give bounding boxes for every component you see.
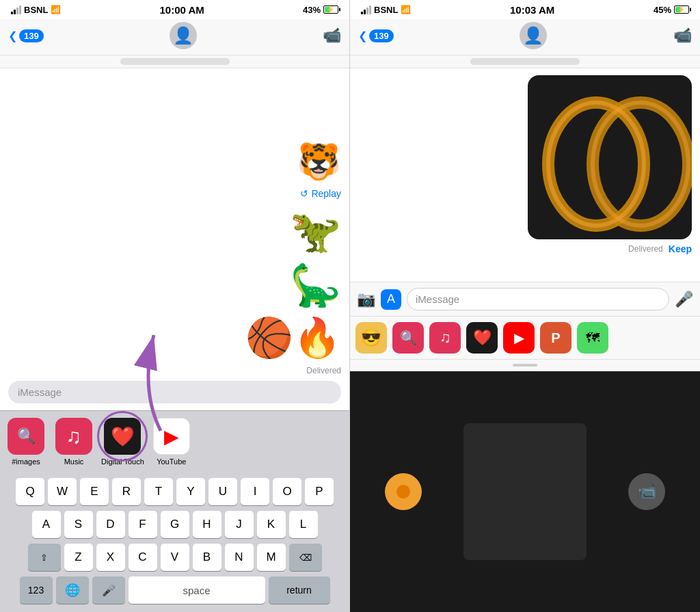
- key-b[interactable]: B: [193, 544, 221, 571]
- keep-button[interactable]: Keep: [669, 243, 692, 254]
- right-back-button[interactable]: ❮ 139: [358, 29, 394, 42]
- signal-bar-2: [14, 10, 16, 14]
- key-h[interactable]: H: [193, 511, 221, 538]
- left-avatar[interactable]: 👤: [170, 22, 197, 49]
- key-i[interactable]: I: [241, 478, 269, 505]
- key-delete[interactable]: ⌫: [289, 544, 322, 571]
- key-a[interactable]: A: [32, 511, 61, 538]
- heart-icon: ❤️: [111, 425, 135, 448]
- key-z[interactable]: Z: [64, 544, 93, 571]
- key-w[interactable]: W: [48, 478, 77, 505]
- app-icon-digital-touch[interactable]: ❤️ Digital Touch: [101, 418, 144, 466]
- key-globe[interactable]: 🌐: [56, 576, 89, 604]
- right-mic-button[interactable]: 🎤: [675, 291, 693, 308]
- left-contact-bar: [0, 55, 349, 68]
- right-time: 10:03 AM: [510, 4, 554, 16]
- right-status-left: BSNL 📶: [361, 5, 411, 15]
- replay-icon: ↺: [300, 188, 308, 199]
- images-icon-bg: 🔍: [8, 418, 44, 455]
- right-maps-icon[interactable]: 🗺: [577, 322, 608, 354]
- right-producthunt-icon[interactable]: P: [540, 322, 571, 354]
- right-nav-bar: ❮ 139 👤 📹: [350, 19, 700, 55]
- key-y[interactable]: Y: [176, 478, 205, 505]
- tiger-emoji: 🐯: [297, 141, 341, 183]
- key-s[interactable]: S: [64, 511, 93, 538]
- app-icon-images[interactable]: 🔍 #images: [5, 418, 46, 466]
- key-shift[interactable]: ⇧: [28, 544, 61, 571]
- left-input-placeholder[interactable]: iMessage: [8, 381, 341, 403]
- key-c[interactable]: C: [129, 544, 157, 571]
- digital-touch-label: Digital Touch: [101, 457, 144, 466]
- person-icon: 👤: [173, 26, 193, 45]
- right-appstore-button[interactable]: A: [381, 289, 401, 310]
- key-f[interactable]: F: [129, 511, 157, 538]
- key-l[interactable]: L: [289, 511, 318, 538]
- key-m[interactable]: M: [257, 544, 286, 571]
- right-digital-touch-icon[interactable]: ❤️: [466, 322, 498, 354]
- right-avatar[interactable]: 👤: [520, 22, 547, 49]
- carrier-label: BSNL: [24, 5, 48, 15]
- scroll-indicator: [513, 364, 537, 367]
- key-n[interactable]: N: [225, 544, 254, 571]
- key-space[interactable]: space: [129, 576, 265, 604]
- right-camera-button[interactable]: 📷: [357, 291, 375, 308]
- key-e[interactable]: E: [80, 478, 109, 505]
- left-messages-area: 🐯 ↺ Replay 🦖 🦕 🏀🔥 Delivered iMessage: [0, 68, 349, 410]
- tiger-sticker: 🐯: [8, 141, 341, 183]
- right-nav-center: 👤: [520, 22, 547, 49]
- key-123[interactable]: 123: [20, 576, 53, 604]
- key-q[interactable]: Q: [16, 478, 44, 505]
- right-search-icon: 🔍: [400, 330, 417, 346]
- lightning-icon: ⚡: [327, 6, 334, 13]
- right-signal-bars: [361, 5, 371, 14]
- replay-row[interactable]: ↺ Replay: [8, 188, 341, 199]
- key-v[interactable]: V: [161, 544, 189, 571]
- record-button[interactable]: [385, 473, 422, 510]
- key-mic[interactable]: 🎤: [92, 576, 125, 604]
- key-p[interactable]: P: [305, 478, 334, 505]
- key-o[interactable]: O: [273, 478, 301, 505]
- left-phone-panel: BSNL 📶 10:00 AM 43% ⚡ ❮ 139 👤 📹: [0, 0, 350, 612]
- basketball-sticker: 🏀🔥: [8, 315, 341, 360]
- left-status-left: BSNL 📶: [11, 5, 61, 15]
- signal-bar-1: [11, 12, 13, 14]
- right-ph-icon: P: [551, 330, 560, 346]
- key-return[interactable]: return: [269, 576, 330, 604]
- camera-preview: [463, 423, 587, 560]
- key-r[interactable]: R: [112, 478, 141, 505]
- images-label: #images: [12, 457, 40, 466]
- right-battery-shape: ⚡: [674, 5, 689, 14]
- key-d[interactable]: D: [96, 511, 125, 538]
- left-time: 10:00 AM: [160, 4, 204, 16]
- left-back-button[interactable]: ❮ 139: [8, 29, 44, 42]
- left-contact-name-blur: [120, 58, 230, 65]
- basketball-emoji: 🏀🔥: [245, 315, 341, 360]
- trex-emoji: 🦖: [290, 207, 341, 256]
- emoji-face-icon: 😎: [361, 328, 381, 347]
- replay-label: Replay: [311, 188, 341, 199]
- camera-switch-button[interactable]: 📹: [628, 473, 665, 510]
- left-video-button[interactable]: 📹: [323, 27, 341, 44]
- right-video-button[interactable]: 📹: [673, 27, 692, 44]
- right-emoji-icon[interactable]: 😎: [355, 322, 387, 354]
- app-icon-music[interactable]: ♫ Music: [53, 418, 94, 466]
- key-k[interactable]: K: [257, 511, 286, 538]
- key-j[interactable]: J: [225, 511, 254, 538]
- right-imessage-input[interactable]: iMessage: [407, 288, 669, 310]
- right-music-icon[interactable]: ♫: [429, 322, 461, 354]
- app-icon-youtube[interactable]: ▶ YouTube: [151, 418, 192, 466]
- key-x[interactable]: X: [96, 544, 125, 571]
- music-icon-bg: ♫: [55, 418, 92, 455]
- right-heart-icon: ❤️: [473, 329, 492, 347]
- right-contact-name-blur: [470, 58, 580, 65]
- right-youtube-icon[interactable]: ▶: [503, 322, 535, 354]
- right-images-icon[interactable]: 🔍: [392, 322, 424, 354]
- signal-bar-3: [16, 8, 18, 14]
- right-back-count: 139: [369, 29, 394, 42]
- music-label: Music: [64, 457, 84, 466]
- key-t[interactable]: T: [144, 478, 173, 505]
- left-delivered: Delivered: [8, 366, 341, 375]
- key-g[interactable]: G: [161, 511, 189, 538]
- key-u[interactable]: U: [208, 478, 237, 505]
- left-nav-bar: ❮ 139 👤 📹: [0, 19, 349, 55]
